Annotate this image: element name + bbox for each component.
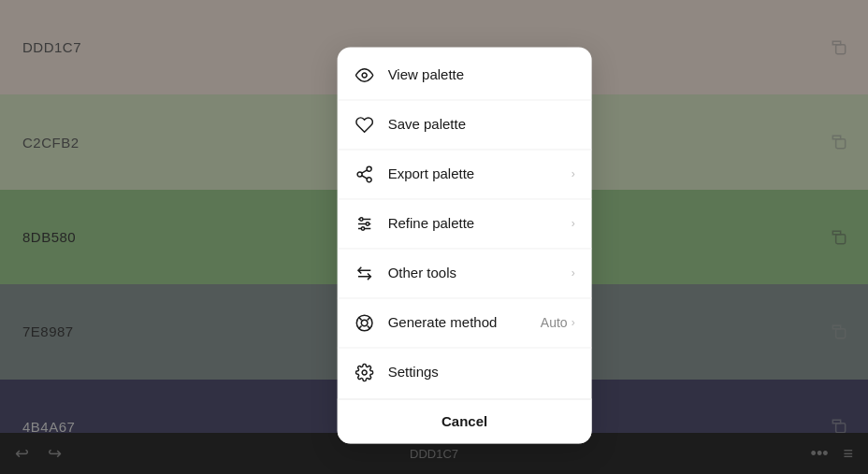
generate-method-label: Generate method: [388, 314, 528, 330]
tools-icon: [354, 263, 375, 283]
svg-line-23: [359, 325, 362, 328]
save-palette-label: Save palette: [388, 116, 575, 132]
svg-line-21: [359, 317, 362, 320]
eye-icon: [354, 65, 375, 85]
svg-point-14: [360, 217, 363, 220]
generate-method-right: Auto ›: [541, 315, 575, 330]
menu-item-other-tools[interactable]: Other tools ›: [338, 251, 592, 295]
svg-line-24: [368, 317, 370, 320]
svg-point-5: [362, 72, 367, 77]
divider: [338, 198, 592, 199]
svg-point-15: [366, 222, 369, 224]
divider: [338, 248, 592, 249]
divider: [338, 99, 592, 100]
svg-point-6: [367, 166, 371, 171]
settings-icon: [354, 362, 375, 382]
svg-line-9: [362, 175, 368, 178]
heart-icon: [354, 114, 375, 135]
divider: [338, 297, 592, 298]
divider: [338, 347, 592, 348]
dropdown-menu: View palette Save palette: [338, 47, 592, 443]
svg-point-16: [361, 226, 364, 229]
view-palette-label: View palette: [388, 66, 575, 82]
menu-item-save-palette[interactable]: Save palette: [338, 102, 592, 147]
refine-chevron: ›: [571, 217, 575, 230]
sliders-icon: [354, 213, 375, 234]
export-palette-label: Export palette: [388, 165, 558, 181]
svg-point-7: [357, 171, 362, 176]
generate-method-value: Auto: [541, 315, 568, 330]
other-tools-chevron: ›: [571, 266, 575, 280]
generate-icon: [354, 312, 375, 333]
cancel-button[interactable]: Cancel: [338, 398, 592, 443]
divider: [338, 149, 592, 150]
svg-point-20: [361, 320, 368, 326]
settings-label: Settings: [388, 364, 575, 380]
svg-line-22: [368, 325, 370, 328]
svg-line-10: [362, 169, 368, 172]
menu-item-export-palette[interactable]: Export palette ›: [338, 151, 592, 196]
menu-item-settings[interactable]: Settings: [338, 350, 592, 395]
svg-point-25: [362, 369, 367, 374]
other-tools-label: Other tools: [388, 265, 558, 280]
svg-point-8: [367, 177, 371, 181]
menu-items-container: View palette Save palette: [338, 47, 592, 395]
menu-item-refine-palette[interactable]: Refine palette ›: [338, 201, 592, 246]
menu-item-generate-method[interactable]: Generate method Auto ›: [338, 300, 592, 345]
refine-palette-label: Refine palette: [388, 215, 558, 231]
share-icon: [354, 164, 375, 184]
export-chevron: ›: [571, 167, 575, 180]
menu-item-view-palette[interactable]: View palette: [338, 52, 592, 97]
